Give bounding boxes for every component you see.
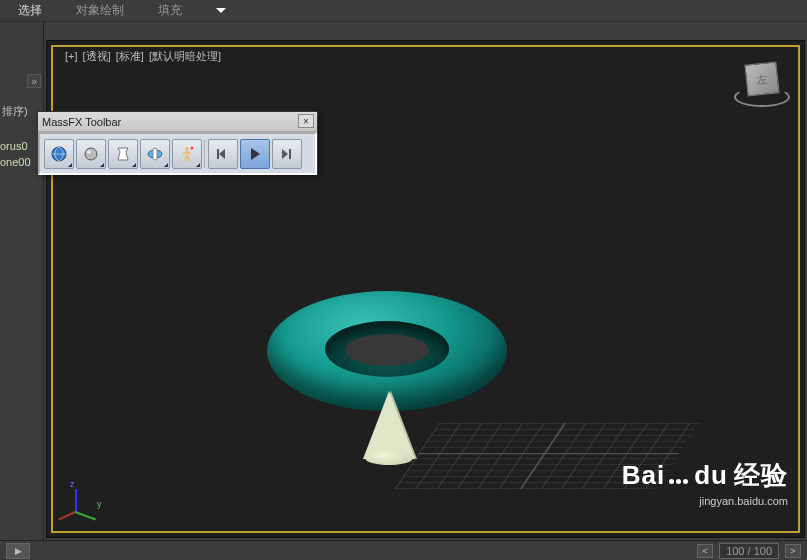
main-menu-bar: 选择 对象绘制 填充: [0, 0, 807, 22]
sim-play-button[interactable]: [240, 139, 270, 169]
svg-rect-8: [289, 149, 291, 159]
sim-play-icon: [245, 144, 265, 164]
menu-dropdown-toggle[interactable]: [216, 8, 226, 14]
axis-y: [75, 511, 96, 520]
svg-point-5: [185, 147, 189, 151]
viewcube[interactable]: 左: [734, 59, 790, 115]
massfx-title: MassFX Toolbar: [42, 116, 121, 128]
rigid-body-button[interactable]: [76, 139, 106, 169]
menu-select[interactable]: 选择: [18, 2, 42, 19]
svg-rect-4: [153, 148, 157, 160]
cone-object[interactable]: [363, 391, 415, 459]
svg-point-1: [85, 148, 97, 160]
dropdown-triangle-icon: [164, 163, 168, 167]
svg-point-2: [87, 150, 91, 153]
world-params-icon: [49, 144, 69, 164]
ragdoll-button[interactable]: [172, 139, 202, 169]
viewport-label[interactable]: [+] [透视] [标准] [默认明暗处理]: [65, 49, 223, 64]
viewport-label-std[interactable]: [标准]: [116, 50, 144, 62]
scene-explorer-panel: » 排序) orus0 one00: [0, 22, 44, 540]
frame-counter[interactable]: 100 / 100: [719, 543, 779, 559]
sim-reset-button[interactable]: [208, 139, 238, 169]
menu-object-paint[interactable]: 对象绘制: [76, 2, 124, 19]
axis-label-y: y: [97, 499, 102, 509]
chevron-down-icon: [216, 8, 226, 14]
status-bar: ▶ < 100 / 100 >: [0, 540, 807, 560]
watermark-brand-b: du: [694, 460, 728, 491]
watermark-logo: Bai du 经验: [622, 458, 788, 493]
sim-step-button[interactable]: [272, 139, 302, 169]
collapse-panel-button[interactable]: »: [27, 74, 41, 88]
axis-z: [75, 489, 77, 513]
viewcube-compass[interactable]: [734, 87, 790, 107]
massfx-toolbar-window[interactable]: MassFX Toolbar ×: [37, 111, 318, 175]
cloth-button[interactable]: [108, 139, 138, 169]
sphere-rigid-icon: [81, 144, 101, 164]
watermark: Bai du 经验 jingyan.baidu.com: [622, 458, 788, 507]
massfx-titlebar[interactable]: MassFX Toolbar ×: [38, 112, 317, 132]
paw-icon: [669, 479, 688, 484]
dropdown-triangle-icon: [132, 163, 136, 167]
svg-point-6: [191, 146, 194, 149]
svg-rect-7: [217, 149, 219, 159]
viewport-label-shading[interactable]: [默认明暗处理]: [149, 50, 221, 62]
cloth-icon: [113, 144, 133, 164]
frame-prev-button[interactable]: <: [697, 544, 713, 558]
sim-reset-icon: [213, 144, 233, 164]
watermark-sub: jingyan.baidu.com: [622, 495, 788, 507]
menu-populate[interactable]: 填充: [158, 2, 182, 19]
axis-tripod: z y: [63, 479, 107, 523]
toolbar-separator: [204, 140, 206, 168]
timeline-play-button[interactable]: ▶: [6, 543, 30, 559]
torus-hole: [345, 334, 429, 366]
dropdown-triangle-icon: [100, 163, 104, 167]
massfx-tool-row: [38, 132, 317, 175]
watermark-brand-a: Bai: [622, 460, 665, 491]
constraint-button[interactable]: [140, 139, 170, 169]
frame-next-button[interactable]: >: [785, 544, 801, 558]
close-button[interactable]: ×: [298, 114, 314, 128]
ragdoll-icon: [177, 144, 197, 164]
sim-step-icon: [277, 144, 297, 164]
dropdown-triangle-icon: [196, 163, 200, 167]
watermark-brand-c: 经验: [734, 458, 788, 493]
constraint-icon: [145, 144, 165, 164]
viewport-label-plus[interactable]: [+]: [65, 50, 78, 62]
axis-label-z: z: [70, 479, 75, 489]
viewport-label-view[interactable]: [透视]: [83, 50, 111, 62]
dropdown-triangle-icon: [68, 163, 72, 167]
world-params-button[interactable]: [44, 139, 74, 169]
cone-base: [365, 451, 413, 465]
